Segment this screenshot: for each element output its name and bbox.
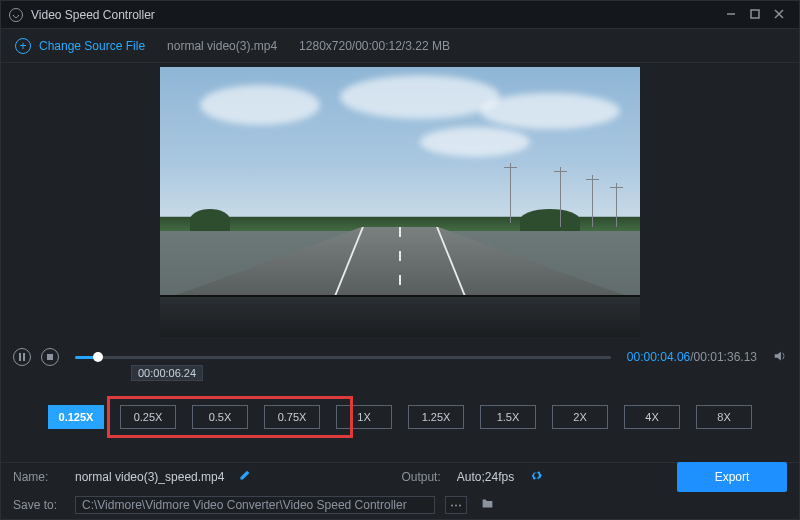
speed-4x[interactable]: 4X: [624, 405, 680, 429]
transport-bar: 00:00:04.06/00:01:36.13 00:00:06.24: [1, 343, 799, 371]
speed-row: 0.125X0.25X0.5X0.75X1X1.25X1.5X2X4X8X: [1, 405, 799, 429]
saveto-label: Save to:: [13, 498, 65, 512]
speed-1x[interactable]: 1X: [336, 405, 392, 429]
svg-rect-0: [751, 10, 759, 18]
seek-thumb[interactable]: [93, 352, 103, 362]
output-label: Output:: [401, 470, 440, 484]
plus-circle-icon: +: [15, 38, 31, 54]
svg-rect-1: [19, 353, 21, 361]
source-filename: normal video(3).mp4: [167, 39, 277, 53]
change-source-button[interactable]: + Change Source File: [15, 38, 145, 54]
svg-point-4: [451, 504, 453, 506]
browse-path-button[interactable]: [445, 496, 467, 514]
svg-point-5: [455, 504, 457, 506]
video-preview[interactable]: [160, 67, 640, 337]
seek-slider[interactable]: [75, 356, 611, 359]
saveto-path[interactable]: C:\Vidmore\Vidmore Video Converter\Video…: [75, 496, 435, 514]
export-label: Export: [715, 470, 750, 484]
source-metadata: 1280x720/00:00:12/3.22 MB: [299, 39, 450, 53]
speed-1-25x[interactable]: 1.25X: [408, 405, 464, 429]
time-display: 00:00:04.06/00:01:36.13: [627, 350, 757, 364]
speed-0-125x[interactable]: 0.125X: [48, 405, 104, 429]
stop-button[interactable]: [41, 348, 59, 366]
output-settings-button[interactable]: [530, 469, 543, 485]
speed-0-5x[interactable]: 0.5X: [192, 405, 248, 429]
speed-2x[interactable]: 2X: [552, 405, 608, 429]
total-time: 00:01:36.13: [694, 350, 757, 364]
edit-name-button[interactable]: [238, 469, 251, 485]
footer-row-name-output: Name: normal video(3)_speed.mp4 Output: …: [1, 463, 799, 491]
saveto-value: C:\Vidmore\Vidmore Video Converter\Video…: [82, 498, 407, 512]
name-value: normal video(3)_speed.mp4: [75, 470, 224, 484]
svg-point-6: [459, 504, 461, 506]
speed-0-75x[interactable]: 0.75X: [264, 405, 320, 429]
output-value: Auto;24fps: [457, 470, 514, 484]
pause-button[interactable]: [13, 348, 31, 366]
app-logo-icon: [9, 8, 23, 22]
minimize-button[interactable]: [719, 8, 743, 22]
speed-8x[interactable]: 8X: [696, 405, 752, 429]
preview-area: [1, 63, 799, 343]
current-time: 00:00:04.06: [627, 350, 690, 364]
maximize-button[interactable]: [743, 8, 767, 22]
open-folder-button[interactable]: [481, 497, 494, 513]
svg-rect-2: [23, 353, 25, 361]
footer: Name: normal video(3)_speed.mp4 Output: …: [1, 462, 799, 519]
svg-rect-3: [47, 354, 53, 360]
window-title: Video Speed Controller: [31, 8, 155, 22]
source-bar: + Change Source File normal video(3).mp4…: [1, 29, 799, 63]
title-bar: Video Speed Controller: [1, 1, 799, 29]
change-source-label: Change Source File: [39, 39, 145, 53]
speed-0-25x[interactable]: 0.25X: [120, 405, 176, 429]
close-button[interactable]: [767, 8, 791, 22]
export-button[interactable]: Export: [677, 462, 787, 492]
speed-section: 0.125X0.25X0.5X0.75X1X1.25X1.5X2X4X8X: [1, 371, 799, 462]
speed-1-5x[interactable]: 1.5X: [480, 405, 536, 429]
footer-row-saveto: Save to: C:\Vidmore\Vidmore Video Conver…: [1, 491, 799, 519]
volume-button[interactable]: [773, 349, 787, 366]
name-label: Name:: [13, 470, 65, 484]
